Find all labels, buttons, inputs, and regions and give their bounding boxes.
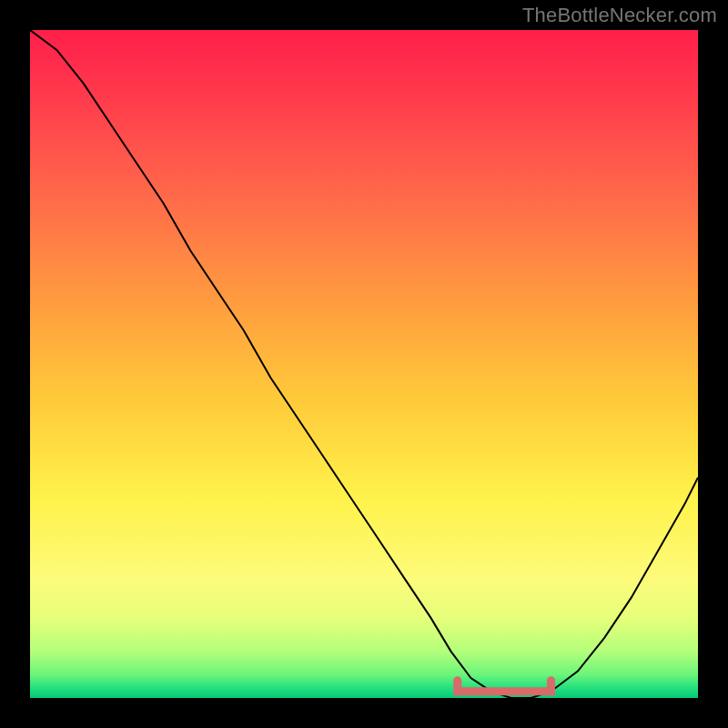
plot-area <box>30 30 698 698</box>
watermark-text: TheBottleNecker.com <box>522 4 717 27</box>
gradient-background <box>30 30 698 698</box>
svg-rect-0 <box>30 30 698 698</box>
chart-figure: TheBottleNecker.com <box>0 0 728 728</box>
